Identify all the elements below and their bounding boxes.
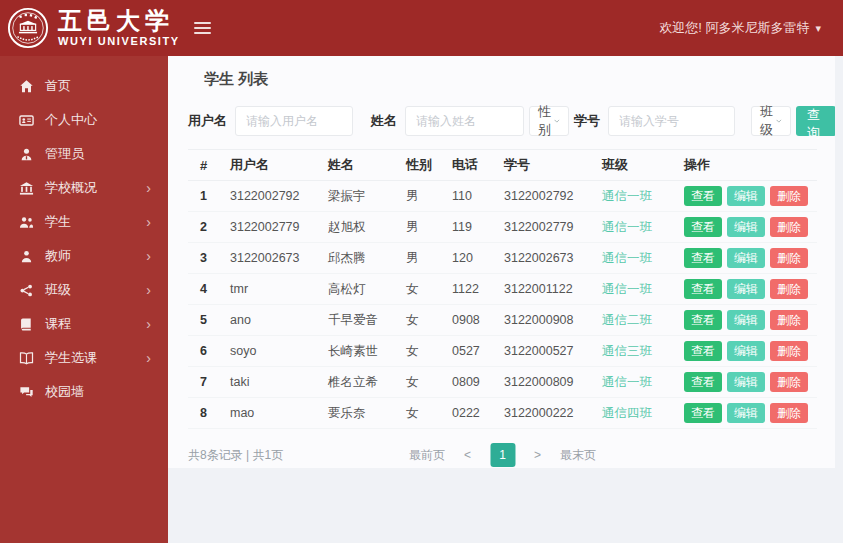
name-cell: 椎名立希	[316, 367, 394, 398]
main-content: 学生 列表 用户名 姓名 性别 学号	[168, 56, 843, 543]
username-cell: soyo	[218, 336, 316, 367]
sidebar-item-school[interactable]: 学校概况 ›	[0, 171, 168, 205]
sidebar-item-home[interactable]: 首页	[0, 69, 168, 103]
view-button[interactable]: 查看	[684, 248, 722, 268]
records-summary: 共8条记录 | 共1页	[188, 447, 283, 464]
class-cell: 通信三班	[590, 336, 672, 367]
sidebar-item-id-card[interactable]: 个人中心	[0, 103, 168, 137]
edit-button[interactable]: 编辑	[727, 341, 765, 361]
chevron-right-icon: ›	[146, 249, 151, 263]
row-index: 4	[188, 274, 218, 305]
edit-button[interactable]: 编辑	[727, 217, 765, 237]
sidebar-item-open-book[interactable]: 学生选课 ›	[0, 341, 168, 375]
student-no-cell: 3122002673	[492, 243, 590, 274]
pagination: 最前页 < 1 > 最末页	[409, 443, 596, 467]
user-menu[interactable]: 欢迎您! 阿多米尼斯多雷特 ▾	[659, 19, 821, 37]
delete-button[interactable]: 删除	[770, 217, 808, 237]
table-row: 7taki椎名立希女08093122000809通信一班查看编辑删除	[188, 367, 817, 398]
row-index: 3	[188, 243, 218, 274]
class-cell: 通信二班	[590, 305, 672, 336]
edit-button[interactable]: 编辑	[727, 279, 765, 299]
name-cell: 高松灯	[316, 274, 394, 305]
table-row: 5ano千早爱音女09083122000908通信二班查看编辑删除	[188, 305, 817, 336]
sidebar-item-students[interactable]: 学生 ›	[0, 205, 168, 239]
row-index: 2	[188, 212, 218, 243]
username-input[interactable]	[235, 106, 353, 136]
phone-cell: 0222	[440, 398, 492, 429]
edit-button[interactable]: 编辑	[727, 248, 765, 268]
actions-cell: 查看编辑删除	[672, 336, 817, 367]
username-cell: 3122002792	[218, 181, 316, 212]
view-button[interactable]: 查看	[684, 310, 722, 330]
view-button[interactable]: 查看	[684, 403, 722, 423]
sidebar-item-label: 教师	[45, 247, 71, 265]
sidebar-item-teacher[interactable]: 教师 ›	[0, 239, 168, 273]
edit-button[interactable]: 编辑	[727, 372, 765, 392]
pagination-prev[interactable]: <	[464, 448, 471, 462]
username-cell: 3122002673	[218, 243, 316, 274]
gender-select[interactable]: 性别	[529, 106, 569, 136]
column-header: 操作	[672, 150, 817, 181]
view-button[interactable]: 查看	[684, 217, 722, 237]
student-id-input[interactable]	[608, 106, 735, 136]
delete-button[interactable]: 删除	[770, 403, 808, 423]
delete-button[interactable]: 删除	[770, 186, 808, 206]
student-table: #用户名姓名性别电话学号班级操作 13122002792梁振宇男11031220…	[188, 149, 817, 429]
view-button[interactable]: 查看	[684, 186, 722, 206]
sidebar-nav: 首页 个人中心 管理员 学校概况 › 学生 › 教师 ›	[0, 56, 168, 543]
class-link[interactable]: 通信一班	[602, 375, 652, 389]
gender-cell: 女	[394, 305, 440, 336]
sidebar-item-comments[interactable]: 校园墙	[0, 375, 168, 409]
edit-button[interactable]: 编辑	[727, 310, 765, 330]
class-link[interactable]: 通信四班	[602, 406, 652, 420]
chevron-down-icon	[776, 118, 782, 124]
view-button[interactable]: 查看	[684, 372, 722, 392]
chevron-down-icon	[554, 118, 560, 124]
edit-button[interactable]: 编辑	[727, 186, 765, 206]
class-link[interactable]: 通信一班	[602, 251, 652, 265]
phone-cell: 0809	[440, 367, 492, 398]
delete-button[interactable]: 删除	[770, 279, 808, 299]
phone-cell: 1122	[440, 274, 492, 305]
pagination-current-page[interactable]: 1	[490, 443, 515, 467]
pagination-last[interactable]: 最末页	[560, 447, 596, 464]
university-name-en: WUYI UNIVERSITY	[58, 36, 180, 47]
sidebar-item-label: 首页	[45, 77, 71, 95]
delete-button[interactable]: 删除	[770, 248, 808, 268]
class-link[interactable]: 通信一班	[602, 220, 652, 234]
class-link[interactable]: 通信三班	[602, 344, 652, 358]
delete-button[interactable]: 删除	[770, 310, 808, 330]
pagination-first[interactable]: 最前页	[409, 447, 445, 464]
class-link[interactable]: 通信一班	[602, 189, 652, 203]
edit-button[interactable]: 编辑	[727, 403, 765, 423]
name-input[interactable]	[405, 106, 524, 136]
gender-cell: 男	[394, 243, 440, 274]
phone-cell: 0908	[440, 305, 492, 336]
gender-cell: 女	[394, 336, 440, 367]
gender-cell: 女	[394, 398, 440, 429]
view-button[interactable]: 查看	[684, 341, 722, 361]
view-button[interactable]: 查看	[684, 279, 722, 299]
delete-button[interactable]: 删除	[770, 372, 808, 392]
hamburger-icon[interactable]	[194, 22, 211, 34]
sidebar-item-label: 校园墙	[45, 383, 84, 401]
pagination-next[interactable]: >	[534, 448, 541, 462]
search-button[interactable]: 查询	[796, 106, 835, 136]
delete-button[interactable]: 删除	[770, 341, 808, 361]
class-link[interactable]: 通信一班	[602, 282, 652, 296]
name-cell: 赵旭权	[316, 212, 394, 243]
university-name-cn: 五邑大学	[58, 9, 180, 33]
welcome-text: 欢迎您! 阿多米尼斯多雷特	[659, 19, 809, 37]
sidebar-item-class-nodes[interactable]: 班级 ›	[0, 273, 168, 307]
username-cell: taki	[218, 367, 316, 398]
actions-cell: 查看编辑删除	[672, 274, 817, 305]
class-select[interactable]: 班级	[751, 106, 791, 136]
sidebar-item-admin[interactable]: 管理员	[0, 137, 168, 171]
id-card-icon	[19, 113, 34, 128]
sidebar-item-course-book[interactable]: 课程 ›	[0, 307, 168, 341]
chevron-right-icon: ›	[146, 215, 151, 229]
actions-cell: 查看编辑删除	[672, 398, 817, 429]
content-card: 学生 列表 用户名 姓名 性别 学号	[168, 56, 835, 468]
row-index: 7	[188, 367, 218, 398]
class-link[interactable]: 通信二班	[602, 313, 652, 327]
